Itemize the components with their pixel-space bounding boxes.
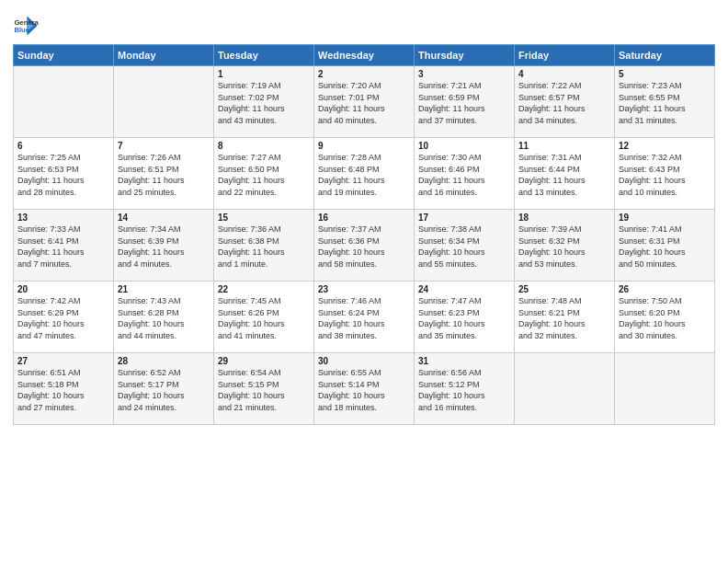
calendar-cell: 26Sunrise: 7:50 AM Sunset: 6:20 PM Dayli… <box>615 282 715 353</box>
day-number: 23 <box>318 284 410 294</box>
calendar-cell: 15Sunrise: 7:36 AM Sunset: 6:38 PM Dayli… <box>214 210 314 282</box>
day-number: 25 <box>518 284 610 294</box>
day-info: Sunrise: 7:47 AM Sunset: 6:23 PM Dayligh… <box>418 295 510 341</box>
day-number: 1 <box>218 69 310 79</box>
day-info: Sunrise: 6:55 AM Sunset: 5:14 PM Dayligh… <box>318 367 410 413</box>
calendar-cell: 6Sunrise: 7:25 AM Sunset: 6:53 PM Daylig… <box>14 138 114 210</box>
day-info: Sunrise: 7:36 AM Sunset: 6:38 PM Dayligh… <box>218 224 310 270</box>
calendar-week-row: 6Sunrise: 7:25 AM Sunset: 6:53 PM Daylig… <box>14 138 715 210</box>
day-info: Sunrise: 7:34 AM Sunset: 6:39 PM Dayligh… <box>118 224 210 270</box>
day-number: 20 <box>17 284 109 294</box>
calendar-cell: 12Sunrise: 7:32 AM Sunset: 6:43 PM Dayli… <box>615 138 715 210</box>
calendar-cell: 19Sunrise: 7:41 AM Sunset: 6:31 PM Dayli… <box>615 210 715 282</box>
calendar-cell: 25Sunrise: 7:48 AM Sunset: 6:21 PM Dayli… <box>515 282 615 353</box>
day-number: 24 <box>418 284 510 294</box>
day-number: 30 <box>318 356 410 366</box>
day-number: 12 <box>619 141 711 151</box>
day-number: 19 <box>619 213 711 223</box>
day-number: 15 <box>218 213 310 223</box>
calendar-week-row: 1Sunrise: 7:19 AM Sunset: 7:02 PM Daylig… <box>14 66 715 138</box>
calendar-cell: 13Sunrise: 7:33 AM Sunset: 6:41 PM Dayli… <box>14 210 114 282</box>
weekday-header: Wednesday <box>314 45 415 66</box>
day-info: Sunrise: 7:32 AM Sunset: 6:43 PM Dayligh… <box>619 152 711 198</box>
calendar-cell: 30Sunrise: 6:55 AM Sunset: 5:14 PM Dayli… <box>314 353 415 425</box>
weekday-header: Thursday <box>415 45 515 66</box>
day-info: Sunrise: 7:46 AM Sunset: 6:24 PM Dayligh… <box>318 295 410 341</box>
calendar-cell: 8Sunrise: 7:27 AM Sunset: 6:50 PM Daylig… <box>214 138 314 210</box>
day-number: 5 <box>619 69 711 79</box>
day-info: Sunrise: 7:20 AM Sunset: 7:01 PM Dayligh… <box>318 80 410 126</box>
calendar-container: General Blue SundayMondayTuesdayWednesda… <box>0 0 728 563</box>
weekday-header: Sunday <box>14 45 114 66</box>
day-info: Sunrise: 7:50 AM Sunset: 6:20 PM Dayligh… <box>619 295 711 341</box>
calendar-cell <box>515 353 615 425</box>
day-info: Sunrise: 7:27 AM Sunset: 6:50 PM Dayligh… <box>218 152 310 198</box>
day-number: 6 <box>17 141 109 151</box>
day-number: 27 <box>17 356 109 366</box>
day-info: Sunrise: 7:19 AM Sunset: 7:02 PM Dayligh… <box>218 80 310 126</box>
day-number: 4 <box>518 69 610 79</box>
day-number: 7 <box>118 141 210 151</box>
logo: General Blue <box>13 13 40 39</box>
svg-text:General: General <box>14 18 39 27</box>
calendar-cell: 23Sunrise: 7:46 AM Sunset: 6:24 PM Dayli… <box>314 282 415 353</box>
day-number: 17 <box>418 213 510 223</box>
day-info: Sunrise: 7:39 AM Sunset: 6:32 PM Dayligh… <box>518 224 610 270</box>
day-number: 21 <box>118 284 210 294</box>
calendar-week-row: 13Sunrise: 7:33 AM Sunset: 6:41 PM Dayli… <box>14 210 715 282</box>
day-info: Sunrise: 7:43 AM Sunset: 6:28 PM Dayligh… <box>118 295 210 341</box>
calendar-cell <box>615 353 715 425</box>
calendar-cell: 28Sunrise: 6:52 AM Sunset: 5:17 PM Dayli… <box>114 353 214 425</box>
calendar-cell: 2Sunrise: 7:20 AM Sunset: 7:01 PM Daylig… <box>314 66 415 138</box>
logo-icon: General Blue <box>13 13 39 39</box>
day-info: Sunrise: 7:21 AM Sunset: 6:59 PM Dayligh… <box>418 80 510 126</box>
calendar-cell: 4Sunrise: 7:22 AM Sunset: 6:57 PM Daylig… <box>515 66 615 138</box>
day-number: 26 <box>619 284 711 294</box>
day-info: Sunrise: 6:56 AM Sunset: 5:12 PM Dayligh… <box>418 367 510 413</box>
calendar-cell: 29Sunrise: 6:54 AM Sunset: 5:15 PM Dayli… <box>214 353 314 425</box>
calendar-cell: 31Sunrise: 6:56 AM Sunset: 5:12 PM Dayli… <box>415 353 515 425</box>
calendar-cell: 27Sunrise: 6:51 AM Sunset: 5:18 PM Dayli… <box>14 353 114 425</box>
weekday-header: Friday <box>515 45 615 66</box>
day-number: 31 <box>418 356 510 366</box>
day-info: Sunrise: 7:26 AM Sunset: 6:51 PM Dayligh… <box>118 152 210 198</box>
calendar-cell: 20Sunrise: 7:42 AM Sunset: 6:29 PM Dayli… <box>14 282 114 353</box>
day-number: 2 <box>318 69 410 79</box>
weekday-header: Saturday <box>615 45 715 66</box>
calendar-cell: 9Sunrise: 7:28 AM Sunset: 6:48 PM Daylig… <box>314 138 415 210</box>
svg-text:Blue: Blue <box>14 26 29 34</box>
day-info: Sunrise: 7:22 AM Sunset: 6:57 PM Dayligh… <box>518 80 610 126</box>
calendar-cell <box>14 66 114 138</box>
day-number: 14 <box>118 213 210 223</box>
day-info: Sunrise: 7:38 AM Sunset: 6:34 PM Dayligh… <box>418 224 510 270</box>
calendar-cell: 22Sunrise: 7:45 AM Sunset: 6:26 PM Dayli… <box>214 282 314 353</box>
day-info: Sunrise: 7:37 AM Sunset: 6:36 PM Dayligh… <box>318 224 410 270</box>
calendar-cell: 7Sunrise: 7:26 AM Sunset: 6:51 PM Daylig… <box>114 138 214 210</box>
calendar-cell: 11Sunrise: 7:31 AM Sunset: 6:44 PM Dayli… <box>515 138 615 210</box>
day-info: Sunrise: 7:45 AM Sunset: 6:26 PM Dayligh… <box>218 295 310 341</box>
day-number: 10 <box>418 141 510 151</box>
calendar-cell: 3Sunrise: 7:21 AM Sunset: 6:59 PM Daylig… <box>415 66 515 138</box>
weekday-header: Monday <box>114 45 214 66</box>
calendar-cell: 1Sunrise: 7:19 AM Sunset: 7:02 PM Daylig… <box>214 66 314 138</box>
day-info: Sunrise: 6:54 AM Sunset: 5:15 PM Dayligh… <box>218 367 310 413</box>
day-number: 22 <box>218 284 310 294</box>
day-info: Sunrise: 7:42 AM Sunset: 6:29 PM Dayligh… <box>17 295 109 341</box>
calendar-cell: 17Sunrise: 7:38 AM Sunset: 6:34 PM Dayli… <box>415 210 515 282</box>
weekday-header: Tuesday <box>214 45 314 66</box>
calendar-cell: 18Sunrise: 7:39 AM Sunset: 6:32 PM Dayli… <box>515 210 615 282</box>
day-info: Sunrise: 7:30 AM Sunset: 6:46 PM Dayligh… <box>418 152 510 198</box>
calendar-cell: 14Sunrise: 7:34 AM Sunset: 6:39 PM Dayli… <box>114 210 214 282</box>
calendar-cell: 5Sunrise: 7:23 AM Sunset: 6:55 PM Daylig… <box>615 66 715 138</box>
calendar-week-row: 27Sunrise: 6:51 AM Sunset: 5:18 PM Dayli… <box>14 353 715 425</box>
day-info: Sunrise: 7:25 AM Sunset: 6:53 PM Dayligh… <box>17 152 109 198</box>
weekday-header-row: SundayMondayTuesdayWednesdayThursdayFrid… <box>14 45 715 66</box>
day-number: 28 <box>118 356 210 366</box>
day-info: Sunrise: 7:28 AM Sunset: 6:48 PM Dayligh… <box>318 152 410 198</box>
day-number: 8 <box>218 141 310 151</box>
calendar-cell: 24Sunrise: 7:47 AM Sunset: 6:23 PM Dayli… <box>415 282 515 353</box>
day-info: Sunrise: 7:41 AM Sunset: 6:31 PM Dayligh… <box>619 224 711 270</box>
day-number: 18 <box>518 213 610 223</box>
day-info: Sunrise: 7:23 AM Sunset: 6:55 PM Dayligh… <box>619 80 711 126</box>
day-number: 13 <box>17 213 109 223</box>
